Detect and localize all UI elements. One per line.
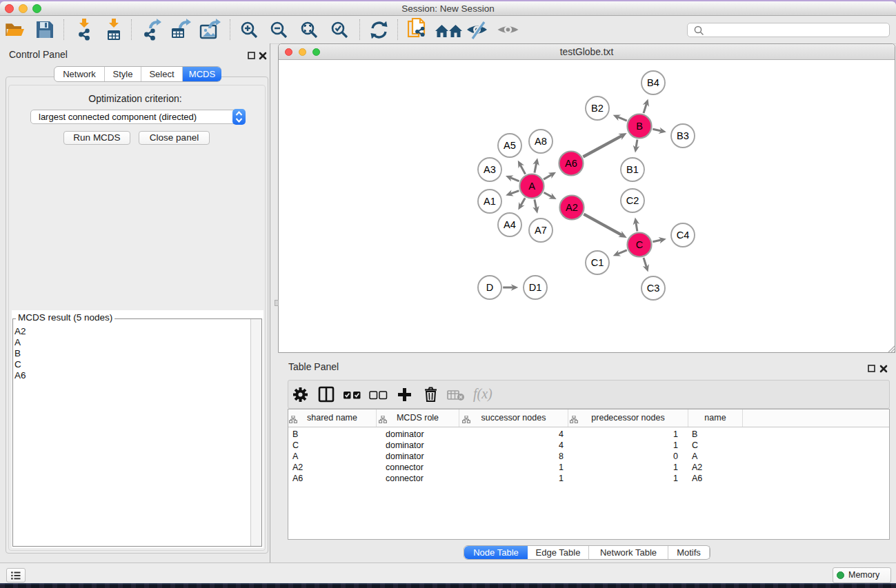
svg-text:B4: B4	[647, 77, 659, 88]
svg-text:C2: C2	[626, 195, 639, 206]
svg-text:C4: C4	[677, 230, 690, 241]
svg-text:B1: B1	[626, 164, 639, 175]
svg-text:B: B	[636, 121, 643, 132]
svg-text:A2: A2	[566, 202, 578, 213]
svg-text:A4: A4	[504, 219, 516, 230]
svg-text:D: D	[486, 282, 494, 293]
svg-text:B3: B3	[677, 130, 689, 141]
svg-text:D1: D1	[529, 282, 542, 293]
svg-text:A1: A1	[484, 196, 496, 207]
svg-text:C1: C1	[591, 257, 604, 268]
svg-text:C3: C3	[647, 283, 660, 294]
svg-text:A7: A7	[535, 225, 547, 236]
svg-text:A: A	[528, 181, 535, 192]
svg-text:A5: A5	[504, 140, 516, 151]
svg-text:A6: A6	[565, 158, 577, 169]
svg-text:A3: A3	[484, 164, 496, 175]
svg-text:A8: A8	[535, 136, 547, 147]
svg-text:C: C	[636, 239, 644, 250]
svg-text:B2: B2	[591, 103, 604, 114]
